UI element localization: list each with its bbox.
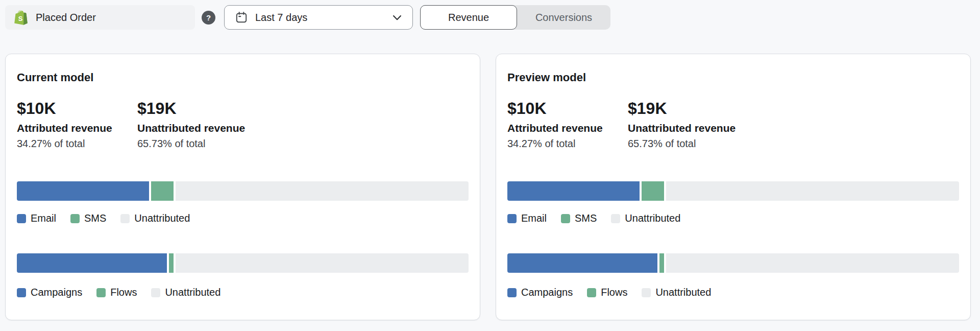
toolbar: S Placed Order ? Last 7 days Revenue Con… <box>0 0 980 30</box>
unattributed-swatch <box>120 214 130 223</box>
message-type-revenue-bar <box>507 253 959 273</box>
bar-segment-email <box>17 181 149 201</box>
bar-segment-flows <box>659 253 664 273</box>
campaigns-swatch <box>17 288 26 297</box>
attributed-revenue-stat: $10K Attributed revenue 34.27% of total <box>17 100 137 150</box>
date-range-value: Last 7 days <box>255 12 307 23</box>
legend-label: Flows <box>601 287 627 298</box>
unattributed-swatch <box>151 288 160 297</box>
metric-chip-label: Placed Order <box>36 12 96 23</box>
bar-segment-unattributed <box>176 253 469 273</box>
bar-segment-email <box>507 181 640 201</box>
legend-label: Unattributed <box>625 212 680 224</box>
stat-value: $10K <box>17 100 137 117</box>
bar-segment-flows <box>169 253 174 273</box>
legend-label: Email <box>521 212 547 224</box>
stat-sub: 65.73% of total <box>628 138 959 150</box>
stat-label: Unattributed revenue <box>628 122 959 134</box>
unattributed-swatch <box>611 214 620 223</box>
legend-item-flows: Flows <box>587 287 627 298</box>
message-type-legend: Campaigns Flows Unattributed <box>507 287 959 298</box>
bar-segment-campaigns <box>507 253 657 273</box>
sms-swatch <box>561 214 570 223</box>
stat-sub: 65.73% of total <box>137 138 469 150</box>
bar-segment-sms <box>151 181 174 201</box>
email-swatch <box>507 214 517 223</box>
stat-label: Unattributed revenue <box>137 122 469 134</box>
stat-value: $19K <box>628 100 959 117</box>
bar-segment-campaigns <box>17 253 167 273</box>
campaigns-swatch <box>507 288 517 297</box>
legend-item-campaigns: Campaigns <box>17 287 82 298</box>
bar-segment-sms <box>642 181 664 201</box>
stat-label: Attributed revenue <box>507 122 628 134</box>
channel-revenue-bar <box>507 181 959 201</box>
view-toggle: Revenue Conversions <box>420 5 610 30</box>
legend-item-flows: Flows <box>96 287 137 298</box>
revenue-stats: $10K Attributed revenue 34.27% of total … <box>17 100 469 150</box>
channel-legend: Email SMS Unattributed <box>507 212 959 224</box>
legend-label: Unattributed <box>655 287 711 298</box>
svg-text:S: S <box>18 15 23 22</box>
legend-label: Campaigns <box>521 287 573 298</box>
legend-label: SMS <box>84 212 106 224</box>
help-glyph: ? <box>206 13 211 22</box>
legend-label: Email <box>31 212 56 224</box>
card-title: Preview model <box>507 71 959 84</box>
toggle-option-revenue[interactable]: Revenue <box>420 5 517 30</box>
message-type-legend: Campaigns Flows Unattributed <box>17 287 469 298</box>
stat-value: $19K <box>137 100 469 117</box>
stat-value: $10K <box>507 100 628 117</box>
email-swatch <box>17 214 26 223</box>
stat-sub: 34.27% of total <box>17 138 137 150</box>
bar-segment-unattributed <box>176 181 469 201</box>
stat-sub: 34.27% of total <box>507 138 628 150</box>
channel-revenue-bar <box>17 181 469 201</box>
legend-item-unattributed: Unattributed <box>120 212 190 224</box>
legend-item-unattributed: Unattributed <box>151 287 220 298</box>
legend-label: Unattributed <box>165 287 220 298</box>
message-type-revenue-bar <box>17 253 469 273</box>
legend-label: Flows <box>110 287 137 298</box>
date-range-dropdown[interactable]: Last 7 days <box>224 5 413 30</box>
bar-segment-unattributed <box>666 181 959 201</box>
legend-item-sms: SMS <box>70 212 106 224</box>
legend-item-unattributed: Unattributed <box>611 212 680 224</box>
legend-item-sms: SMS <box>561 212 597 224</box>
flows-swatch <box>587 288 596 297</box>
legend-item-campaigns: Campaigns <box>507 287 573 298</box>
shopify-bag-icon: S <box>13 10 28 25</box>
legend-label: SMS <box>575 212 597 224</box>
attributed-revenue-stat: $10K Attributed revenue 34.27% of total <box>507 100 628 150</box>
model-comparison: Current model $10K Attributed revenue 34… <box>5 54 971 320</box>
flows-swatch <box>96 288 106 297</box>
help-icon[interactable]: ? <box>202 11 215 25</box>
unattributed-revenue-stat: $19K Unattributed revenue 65.73% of tota… <box>628 100 959 150</box>
legend-item-email: Email <box>507 212 547 224</box>
current-model-card: Current model $10K Attributed revenue 34… <box>5 54 480 320</box>
legend-label: Unattributed <box>134 212 190 224</box>
card-title: Current model <box>17 71 469 84</box>
unattributed-revenue-stat: $19K Unattributed revenue 65.73% of tota… <box>137 100 469 150</box>
legend-item-email: Email <box>17 212 56 224</box>
sms-swatch <box>70 214 80 223</box>
legend-item-unattributed: Unattributed <box>642 287 711 298</box>
toggle-option-conversions[interactable]: Conversions <box>517 5 610 30</box>
metric-selector-chip[interactable]: S Placed Order <box>5 5 195 30</box>
chevron-down-icon <box>391 11 403 23</box>
channel-legend: Email SMS Unattributed <box>17 212 469 224</box>
stat-label: Attributed revenue <box>17 122 137 134</box>
bar-segment-unattributed <box>666 253 959 273</box>
preview-model-card: Preview model $10K Attributed revenue 34… <box>496 54 971 320</box>
calendar-icon <box>235 11 248 24</box>
legend-label: Campaigns <box>31 287 82 298</box>
revenue-stats: $10K Attributed revenue 34.27% of total … <box>507 100 959 150</box>
unattributed-swatch <box>642 288 651 297</box>
